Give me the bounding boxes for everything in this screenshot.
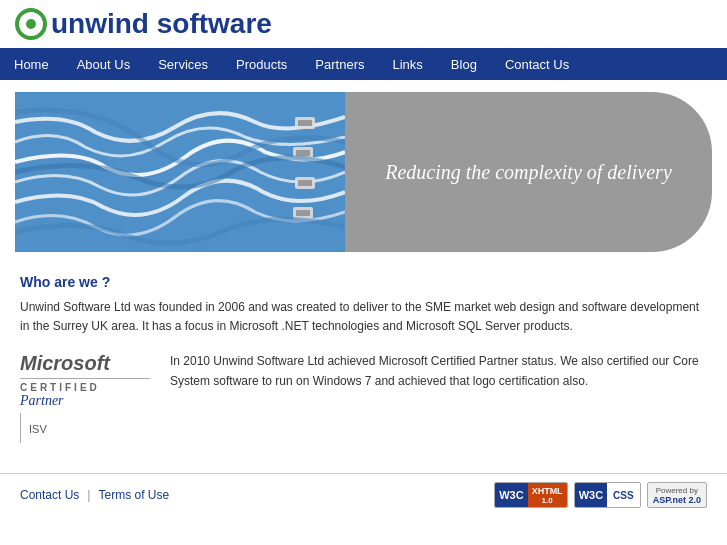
xhtml-badge: W3C XHTML 1.0	[494, 482, 567, 508]
ms-logo-name: Microsoft	[20, 352, 110, 375]
ms-certified: CERTIFIED	[20, 382, 100, 393]
hero-tagline-area: Reducing the complexity of delivery	[345, 92, 712, 252]
svg-rect-8	[296, 210, 310, 216]
nav-links[interactable]: Links	[378, 51, 436, 78]
ms-vertical-divider	[20, 413, 21, 443]
hero-image	[15, 92, 345, 252]
ms-divider	[20, 378, 150, 379]
logo-icon	[15, 8, 47, 40]
footer-badges: W3C XHTML 1.0 W3C CSS Powered by ASP.net…	[494, 482, 707, 508]
footer-divider: |	[87, 488, 90, 502]
main-content: Who are we ? Unwind Software Ltd was fou…	[0, 264, 727, 453]
xhtml-label: XHTML 1.0	[528, 483, 567, 507]
ms-isv-label: ISV	[29, 423, 47, 435]
logo: unwind software	[15, 8, 272, 40]
header: unwind software	[0, 0, 727, 48]
hero-tagline-text: Reducing the complexity of delivery	[385, 161, 672, 184]
nav-partners[interactable]: Partners	[301, 51, 378, 78]
ms-description: In 2010 Unwind Software Ltd achieved Mic…	[170, 352, 707, 390]
w3c-label-xhtml: W3C	[495, 483, 527, 507]
nav-about[interactable]: About Us	[63, 51, 144, 78]
footer: Contact Us | Terms of Use W3C XHTML 1.0 …	[0, 473, 727, 516]
nav-contact[interactable]: Contact Us	[491, 51, 583, 78]
nav-blog[interactable]: Blog	[437, 51, 491, 78]
footer-links: Contact Us | Terms of Use	[20, 488, 169, 502]
nav-products[interactable]: Products	[222, 51, 301, 78]
footer-terms-link[interactable]: Terms of Use	[98, 488, 169, 502]
about-text: Unwind Software Ltd was founded in 2006 …	[20, 298, 707, 336]
footer-contact-link[interactable]: Contact Us	[20, 488, 79, 502]
svg-rect-4	[296, 150, 310, 156]
logo-text: unwind software	[51, 8, 272, 40]
aspnet-badge: Powered by ASP.net 2.0	[647, 482, 707, 508]
css-badge: W3C CSS	[574, 482, 641, 508]
nav-home[interactable]: Home	[0, 51, 63, 78]
css-label: CSS	[607, 483, 640, 507]
nav-services[interactable]: Services	[144, 51, 222, 78]
ms-partner: Partner	[20, 393, 64, 409]
aspnet-label: Powered by ASP.net 2.0	[648, 483, 706, 507]
ms-badge: Microsoft CERTIFIED Partner ISV	[20, 352, 150, 443]
nav-bar: Home About Us Services Products Partners…	[0, 48, 727, 80]
microsoft-section: Microsoft CERTIFIED Partner ISV In 2010 …	[20, 352, 707, 443]
svg-rect-6	[298, 180, 312, 186]
hero-banner: Reducing the complexity of delivery	[15, 92, 712, 252]
svg-rect-2	[298, 120, 312, 126]
about-title: Who are we ?	[20, 274, 707, 290]
w3c-label-css: W3C	[575, 483, 607, 507]
